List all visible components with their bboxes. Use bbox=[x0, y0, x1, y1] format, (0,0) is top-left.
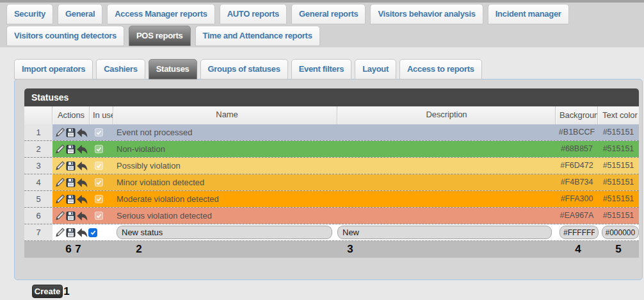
in-use-checkbox[interactable] bbox=[95, 145, 103, 153]
annotation-3: 3 bbox=[347, 241, 353, 257]
save-floppy-icon[interactable] bbox=[65, 128, 76, 138]
panel-title: Statuses bbox=[24, 88, 639, 106]
row-number: 3 bbox=[24, 158, 52, 174]
tab-visitors-behavior-analysis[interactable]: Visitors behavior analysis bbox=[370, 4, 483, 24]
subtab-statuses[interactable]: Statuses bbox=[149, 59, 197, 79]
undo-arrow-icon[interactable] bbox=[76, 128, 88, 138]
create-button[interactable]: Create bbox=[32, 285, 63, 298]
tab-time-and-attendance-reports[interactable]: Time and Attendance reports bbox=[195, 26, 320, 46]
in-use-checkbox[interactable] bbox=[95, 162, 103, 170]
edit-pencil-icon[interactable] bbox=[54, 194, 65, 204]
status-description bbox=[337, 141, 556, 157]
table-header-row: Actions In use Name Description Backgrou… bbox=[24, 106, 639, 124]
annotation-7: 7 bbox=[75, 241, 81, 257]
status-description bbox=[337, 208, 556, 224]
status-name: Possibly violation bbox=[113, 158, 337, 174]
header-text-color: Text color bbox=[598, 106, 639, 124]
row-number: 1 bbox=[24, 124, 52, 140]
main-tabs-row-2: Visitors counting detectors POS reports … bbox=[6, 26, 320, 46]
row-actions bbox=[52, 224, 90, 240]
header-in-use: In use bbox=[90, 106, 113, 124]
in-use-checkbox[interactable] bbox=[95, 128, 103, 137]
subtab-event-filters[interactable]: Event filters bbox=[291, 59, 352, 79]
subtab-groups-of-statuses[interactable]: Groups of statuses bbox=[200, 59, 288, 79]
statuses-panel: Statuses Actions In use Name Description… bbox=[14, 79, 643, 280]
row-number: 7 bbox=[24, 224, 52, 240]
edit-pencil-icon[interactable] bbox=[54, 228, 65, 238]
undo-arrow-icon[interactable] bbox=[76, 161, 88, 171]
text-color-hex: #515151 bbox=[598, 124, 639, 140]
in-use-checkbox[interactable] bbox=[95, 178, 103, 187]
save-floppy-icon[interactable] bbox=[65, 211, 76, 221]
row-number: 5 bbox=[24, 191, 52, 207]
subtab-access-to-reports[interactable]: Access to reports bbox=[399, 59, 482, 79]
in-use-checkbox[interactable] bbox=[88, 228, 97, 237]
status-name: Moderate violation detected bbox=[113, 191, 337, 207]
background-hex: #68B857 bbox=[556, 141, 598, 157]
tab-access-manager-reports[interactable]: Access Manager reports bbox=[107, 4, 214, 24]
text-color-hex: #515151 bbox=[598, 208, 639, 224]
tab-visitors-counting-detectors[interactable]: Visitors counting detectors bbox=[6, 26, 124, 46]
background-hex: #FFA300 bbox=[556, 191, 598, 207]
subtab-cashiers[interactable]: Cashiers bbox=[96, 59, 145, 79]
save-floppy-icon[interactable] bbox=[65, 161, 76, 171]
new-status-name-input[interactable] bbox=[117, 226, 332, 239]
header-actions: Actions bbox=[52, 106, 90, 124]
status-row-6: 6 Serious violation detected #EA967A #51… bbox=[24, 208, 639, 224]
status-name: Serious violation detected bbox=[113, 208, 337, 224]
subtab-import-operators[interactable]: Import operators bbox=[14, 59, 93, 79]
main-tabs-row-1: Security General Access Manager reports … bbox=[6, 4, 569, 24]
undo-arrow-icon[interactable] bbox=[76, 178, 88, 188]
undo-arrow-icon[interactable] bbox=[76, 228, 88, 238]
status-description bbox=[337, 124, 556, 140]
undo-arrow-icon[interactable] bbox=[76, 144, 88, 154]
subtab-layout[interactable]: Layout bbox=[355, 59, 396, 79]
header-background: Background bbox=[556, 106, 598, 124]
text-color-hex: #515151 bbox=[598, 158, 639, 174]
in-use-checkbox[interactable] bbox=[95, 195, 103, 203]
tab-auto-reports[interactable]: AUTO reports bbox=[220, 4, 287, 24]
status-row-4: 4 Minor violation detected #F4B734 #5151… bbox=[24, 174, 639, 191]
row-actions bbox=[52, 191, 90, 207]
edit-pencil-icon[interactable] bbox=[54, 161, 65, 171]
edit-pencil-icon[interactable] bbox=[54, 211, 65, 221]
new-status-text-color-input[interactable] bbox=[602, 226, 639, 239]
tab-security[interactable]: Security bbox=[6, 4, 53, 24]
background-hex: #F4B734 bbox=[556, 174, 598, 190]
status-name: Event not processed bbox=[113, 124, 337, 140]
annotation-4: 4 bbox=[575, 241, 581, 257]
status-row-2: 2 Non-violation #68B857 #515151 bbox=[24, 141, 639, 158]
undo-arrow-icon[interactable] bbox=[76, 211, 88, 221]
background-hex: #B1BCCF bbox=[556, 124, 598, 140]
status-name: Non-violation bbox=[113, 141, 337, 157]
in-use-checkbox[interactable] bbox=[95, 212, 103, 220]
row-number: 2 bbox=[24, 141, 52, 157]
edit-pencil-icon[interactable] bbox=[54, 144, 65, 154]
header-row-number bbox=[24, 106, 52, 124]
new-status-background-input[interactable] bbox=[559, 226, 599, 239]
header-name: Name bbox=[113, 106, 337, 124]
undo-arrow-icon[interactable] bbox=[76, 194, 88, 204]
save-floppy-icon[interactable] bbox=[65, 194, 76, 204]
tab-general[interactable]: General bbox=[58, 4, 102, 24]
edit-pencil-icon[interactable] bbox=[54, 178, 65, 188]
pos-reports-subtabs: Import operators Cashiers Statuses Group… bbox=[14, 59, 482, 79]
edit-pencil-icon[interactable] bbox=[54, 128, 65, 138]
save-floppy-icon[interactable] bbox=[65, 228, 76, 238]
tab-pos-reports[interactable]: POS reports bbox=[129, 26, 191, 46]
row-actions bbox=[52, 174, 90, 190]
status-row-1: 1 Event not processed #B1BCCF #515151 bbox=[24, 124, 639, 141]
status-row-5: 5 Moderate violation detected #FFA300 #5… bbox=[24, 191, 639, 208]
save-floppy-icon[interactable] bbox=[65, 144, 76, 154]
save-floppy-icon[interactable] bbox=[65, 178, 76, 188]
new-status-description-input[interactable] bbox=[337, 226, 552, 239]
annotation-1: 1 bbox=[63, 285, 69, 298]
tab-general-reports[interactable]: General reports bbox=[291, 4, 366, 24]
status-description bbox=[337, 158, 556, 174]
annotation-strip: 6 7 2 3 4 5 bbox=[24, 241, 639, 258]
background-hex: #F6D472 bbox=[556, 158, 598, 174]
row-actions bbox=[52, 208, 90, 224]
background-hex: #EA967A bbox=[556, 208, 598, 224]
header-description: Description bbox=[337, 106, 556, 124]
tab-incident-manager[interactable]: Incident manager bbox=[488, 4, 569, 24]
